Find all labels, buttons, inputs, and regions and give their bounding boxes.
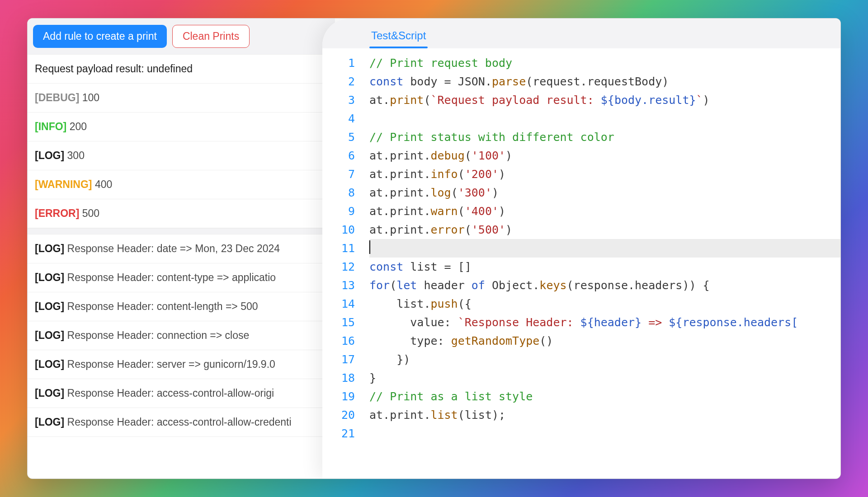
code-token: `Request payload result:	[430, 94, 600, 107]
log-message: 300	[67, 150, 85, 161]
log-message: Response Header: date => Mon, 23 Dec 202…	[67, 243, 280, 254]
code-token: ${response.headers[	[669, 316, 798, 329]
code-token: push	[430, 297, 458, 310]
line-number: 18	[322, 369, 355, 387]
code-token: body = JSON.	[403, 75, 492, 88]
code-token: value:	[369, 316, 458, 329]
code-line: at.print.log('300')	[369, 183, 840, 202]
code-token: list	[430, 408, 458, 422]
tab-test-and-script[interactable]: Test&Script	[369, 26, 428, 48]
code-token: (	[390, 279, 396, 292]
code-area[interactable]: // Print request bodyconst body = JSON.p…	[368, 48, 840, 478]
code-token: (	[451, 186, 458, 199]
log-message: Response Header: content-type => applica…	[67, 272, 276, 283]
log-row: [LOG] Response Header: access-control-al…	[28, 379, 335, 408]
code-line: at.print.info('200')	[369, 165, 840, 183]
code-token: ${header}	[580, 316, 642, 329]
line-number: 11	[322, 239, 355, 258]
log-row: [ERROR] 500	[28, 199, 335, 228]
add-rule-button[interactable]: Add rule to create a print	[33, 25, 167, 48]
code-token: let	[396, 279, 417, 292]
line-number: 19	[322, 387, 355, 406]
code-line: at.print(`Request payload result: ${body…	[369, 91, 840, 109]
code-line: })	[369, 350, 840, 369]
log-message: Response Header: server => gunicorn/19.9…	[67, 358, 275, 370]
code-line: // Print as a list style	[369, 387, 840, 406]
log-row: [WARNING] 400	[28, 170, 335, 199]
code-line: list.push({	[369, 295, 840, 313]
code-token: at.	[369, 94, 390, 107]
log-tag: [DEBUG]	[35, 92, 82, 103]
code-token: `Response Header:	[458, 316, 580, 329]
code-token: ()	[539, 334, 553, 347]
log-tag: [LOG]	[35, 358, 67, 370]
code-token: (response.headers)) {	[567, 279, 710, 292]
code-line: at.print.list(list);	[369, 406, 840, 424]
line-number: 7	[322, 165, 355, 183]
code-token: )	[492, 186, 499, 199]
code-token: )	[499, 205, 505, 218]
line-gutter: 123456789101112131415161718192021	[322, 48, 368, 478]
app-window: Add rule to create a print Clean Prints …	[27, 18, 841, 479]
line-number: 14	[322, 295, 355, 313]
code-token: =>	[642, 316, 669, 329]
log-row: [LOG] 300	[28, 141, 335, 170]
log-tag: [LOG]	[35, 387, 67, 399]
line-number: 6	[322, 146, 355, 165]
log-tag: [WARNING]	[35, 178, 95, 190]
line-number: 10	[322, 220, 355, 239]
line-number: 2	[322, 72, 355, 91]
log-tag: [LOG]	[35, 416, 67, 428]
log-row: [LOG] Response Header: access-control-al…	[28, 408, 335, 437]
log-row: [LOG] Response Header: server => gunicor…	[28, 350, 335, 379]
code-token: (	[465, 149, 472, 162]
line-number: 12	[322, 258, 355, 276]
tab-label: Test&Script	[371, 29, 426, 42]
line-number: 1	[322, 54, 355, 72]
line-number: 20	[322, 406, 355, 424]
log-row: Request payload result: undefined	[28, 54, 335, 84]
code-token: )	[505, 223, 512, 236]
code-line: const body = JSON.parse(request.requestB…	[369, 72, 840, 91]
log-group-separator	[28, 228, 335, 234]
code-editor[interactable]: 123456789101112131415161718192021 // Pri…	[322, 48, 840, 478]
code-token: for	[369, 279, 390, 292]
code-token: at.print.	[369, 408, 430, 422]
line-number: 9	[322, 202, 355, 220]
log-message: Response Header: content-length => 500	[67, 300, 258, 312]
code-token: at.print.	[369, 149, 430, 162]
code-line: at.print.debug('100')	[369, 146, 840, 165]
code-token: '500'	[472, 223, 505, 236]
code-token: (request.requestBody)	[526, 75, 669, 88]
log-tag: [LOG]	[35, 329, 67, 341]
code-token: warn	[430, 205, 458, 218]
code-token: (	[458, 168, 465, 181]
code-token: log	[430, 186, 451, 199]
code-token: // Print as a list style	[369, 390, 533, 403]
code-token: list.	[369, 297, 430, 310]
code-token: '400'	[465, 205, 499, 218]
code-line	[369, 424, 840, 443]
editor-panel: Test&Script 1234567891011121314151617181…	[322, 19, 840, 478]
code-token: keys	[539, 279, 566, 292]
code-token: const	[369, 260, 403, 273]
clean-prints-button[interactable]: Clean Prints	[172, 25, 250, 48]
line-number: 16	[322, 332, 355, 350]
text-cursor	[369, 240, 370, 254]
code-token: at.print.	[369, 223, 430, 236]
line-number: 8	[322, 183, 355, 202]
log-row: [LOG] Response Header: content-length =>…	[28, 292, 335, 321]
log-row: [LOG] Response Header: content-type => a…	[28, 263, 335, 292]
log-tag: [ERROR]	[35, 207, 82, 219]
code-token: '300'	[458, 186, 492, 199]
line-number: 13	[322, 276, 355, 295]
code-line: type: getRandomType()	[369, 332, 840, 350]
code-token: )	[703, 94, 710, 107]
line-number: 4	[322, 109, 355, 128]
log-list[interactable]: Request payload result: undefined[DEBUG]…	[28, 54, 335, 478]
code-token: })	[369, 353, 410, 366]
code-token: `	[696, 94, 703, 107]
log-row: [LOG] Response Header: date => Mon, 23 D…	[28, 234, 335, 263]
code-token: )	[499, 168, 505, 181]
code-token: at.print.	[369, 186, 430, 199]
